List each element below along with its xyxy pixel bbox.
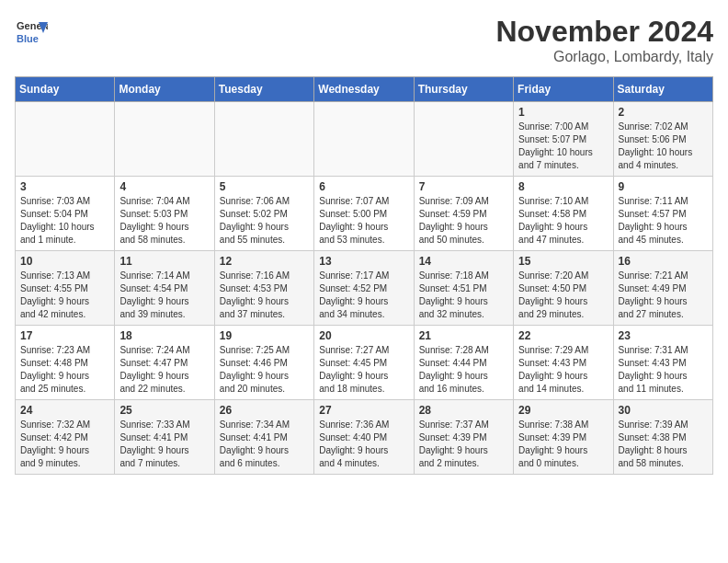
day-number: 22: [518, 329, 608, 342]
calendar-cell: 3Sunrise: 7:03 AM Sunset: 5:04 PM Daylig…: [16, 177, 115, 251]
day-number: 26: [220, 404, 309, 417]
calendar-cell: 4Sunrise: 7:04 AM Sunset: 5:03 PM Daylig…: [115, 177, 214, 251]
day-info: Sunrise: 7:10 AM Sunset: 4:58 PM Dayligh…: [518, 195, 608, 247]
day-info: Sunrise: 7:03 AM Sunset: 5:04 PM Dayligh…: [20, 195, 109, 247]
calendar-cell: 9Sunrise: 7:11 AM Sunset: 4:57 PM Daylig…: [613, 177, 712, 251]
day-number: 13: [319, 255, 408, 268]
day-info: Sunrise: 7:38 AM Sunset: 4:39 PM Dayligh…: [518, 419, 608, 470]
weekday-header-tuesday: Tuesday: [214, 77, 313, 102]
day-info: Sunrise: 7:27 AM Sunset: 4:45 PM Dayligh…: [319, 344, 408, 396]
calendar-cell: [115, 102, 214, 177]
day-info: Sunrise: 7:24 AM Sunset: 4:47 PM Dayligh…: [119, 344, 209, 396]
day-info: Sunrise: 7:16 AM Sunset: 4:53 PM Dayligh…: [220, 270, 309, 321]
day-info: Sunrise: 7:36 AM Sunset: 4:40 PM Dayligh…: [319, 419, 408, 470]
week-row-3: 10Sunrise: 7:13 AM Sunset: 4:55 PM Dayli…: [16, 251, 713, 326]
calendar-cell: 6Sunrise: 7:07 AM Sunset: 5:00 PM Daylig…: [314, 177, 414, 251]
day-number: 28: [419, 404, 508, 417]
day-info: Sunrise: 7:06 AM Sunset: 5:02 PM Dayligh…: [220, 195, 309, 247]
weekday-header-saturday: Saturday: [613, 77, 712, 102]
calendar-cell: 17Sunrise: 7:23 AM Sunset: 4:48 PM Dayli…: [16, 326, 115, 400]
calendar-cell: 15Sunrise: 7:20 AM Sunset: 4:50 PM Dayli…: [514, 251, 613, 326]
day-info: Sunrise: 7:25 AM Sunset: 4:46 PM Dayligh…: [220, 344, 309, 396]
day-number: 5: [220, 180, 309, 193]
day-info: Sunrise: 7:17 AM Sunset: 4:52 PM Dayligh…: [319, 270, 408, 321]
day-number: 20: [319, 329, 408, 342]
calendar-cell: 12Sunrise: 7:16 AM Sunset: 4:53 PM Dayli…: [214, 251, 313, 326]
calendar-cell: 2Sunrise: 7:02 AM Sunset: 5:06 PM Daylig…: [613, 102, 712, 177]
day-number: 25: [119, 404, 209, 417]
day-info: Sunrise: 7:18 AM Sunset: 4:51 PM Dayligh…: [419, 270, 508, 321]
day-info: Sunrise: 7:00 AM Sunset: 5:07 PM Dayligh…: [518, 121, 608, 172]
day-number: 18: [119, 329, 209, 342]
calendar-cell: 22Sunrise: 7:29 AM Sunset: 4:43 PM Dayli…: [514, 326, 613, 400]
week-row-1: 1Sunrise: 7:00 AM Sunset: 5:07 PM Daylig…: [16, 102, 713, 177]
day-number: 24: [20, 404, 109, 417]
day-number: 1: [518, 106, 608, 119]
day-info: Sunrise: 7:04 AM Sunset: 5:03 PM Dayligh…: [119, 195, 209, 247]
calendar-cell: 11Sunrise: 7:14 AM Sunset: 4:54 PM Dayli…: [115, 251, 214, 326]
day-number: 6: [319, 180, 408, 193]
day-number: 3: [20, 180, 109, 193]
calendar-cell: [314, 102, 414, 177]
calendar-cell: 13Sunrise: 7:17 AM Sunset: 4:52 PM Dayli…: [314, 251, 414, 326]
calendar-cell: 10Sunrise: 7:13 AM Sunset: 4:55 PM Dayli…: [16, 251, 115, 326]
day-number: 27: [319, 404, 408, 417]
logo-icon: General Blue: [15, 15, 48, 48]
day-number: 19: [220, 329, 309, 342]
week-row-5: 24Sunrise: 7:32 AM Sunset: 4:42 PM Dayli…: [16, 400, 713, 475]
calendar-cell: [414, 102, 513, 177]
calendar-cell: 19Sunrise: 7:25 AM Sunset: 4:46 PM Dayli…: [214, 326, 313, 400]
day-info: Sunrise: 7:39 AM Sunset: 4:38 PM Dayligh…: [619, 419, 708, 470]
day-info: Sunrise: 7:13 AM Sunset: 4:55 PM Dayligh…: [20, 270, 109, 321]
day-info: Sunrise: 7:07 AM Sunset: 5:00 PM Dayligh…: [319, 195, 408, 247]
calendar-cell: 30Sunrise: 7:39 AM Sunset: 4:38 PM Dayli…: [613, 400, 712, 475]
weekday-header-monday: Monday: [115, 77, 214, 102]
day-info: Sunrise: 7:37 AM Sunset: 4:39 PM Dayligh…: [419, 419, 508, 470]
day-number: 16: [619, 255, 708, 268]
calendar-cell: 14Sunrise: 7:18 AM Sunset: 4:51 PM Dayli…: [414, 251, 513, 326]
calendar-cell: 18Sunrise: 7:24 AM Sunset: 4:47 PM Dayli…: [115, 326, 214, 400]
day-number: 15: [518, 255, 608, 268]
calendar-cell: 29Sunrise: 7:38 AM Sunset: 4:39 PM Dayli…: [514, 400, 613, 475]
calendar-cell: 23Sunrise: 7:31 AM Sunset: 4:43 PM Dayli…: [613, 326, 712, 400]
calendar-cell: 16Sunrise: 7:21 AM Sunset: 4:49 PM Dayli…: [613, 251, 712, 326]
calendar-cell: [214, 102, 313, 177]
calendar-cell: [16, 102, 115, 177]
day-info: Sunrise: 7:28 AM Sunset: 4:44 PM Dayligh…: [419, 344, 508, 396]
day-info: Sunrise: 7:21 AM Sunset: 4:49 PM Dayligh…: [619, 270, 708, 321]
day-info: Sunrise: 7:09 AM Sunset: 4:59 PM Dayligh…: [419, 195, 508, 247]
day-number: 9: [619, 180, 708, 193]
calendar-cell: 25Sunrise: 7:33 AM Sunset: 4:41 PM Dayli…: [115, 400, 214, 475]
weekday-header-wednesday: Wednesday: [314, 77, 414, 102]
day-number: 4: [119, 180, 209, 193]
day-number: 14: [419, 255, 508, 268]
day-number: 21: [419, 329, 508, 342]
week-row-2: 3Sunrise: 7:03 AM Sunset: 5:04 PM Daylig…: [16, 177, 713, 251]
calendar-cell: 7Sunrise: 7:09 AM Sunset: 4:59 PM Daylig…: [414, 177, 513, 251]
day-info: Sunrise: 7:33 AM Sunset: 4:41 PM Dayligh…: [119, 419, 209, 470]
day-info: Sunrise: 7:31 AM Sunset: 4:43 PM Dayligh…: [619, 344, 708, 396]
day-number: 8: [518, 180, 608, 193]
day-number: 10: [20, 255, 109, 268]
month-title: November 2024: [495, 15, 713, 49]
day-info: Sunrise: 7:23 AM Sunset: 4:48 PM Dayligh…: [20, 344, 109, 396]
calendar-cell: 20Sunrise: 7:27 AM Sunset: 4:45 PM Dayli…: [314, 326, 414, 400]
day-info: Sunrise: 7:02 AM Sunset: 5:06 PM Dayligh…: [619, 121, 708, 172]
day-info: Sunrise: 7:20 AM Sunset: 4:50 PM Dayligh…: [518, 270, 608, 321]
week-row-4: 17Sunrise: 7:23 AM Sunset: 4:48 PM Dayli…: [16, 326, 713, 400]
day-number: 17: [20, 329, 109, 342]
location-subtitle: Gorlago, Lombardy, Italy: [495, 49, 713, 65]
day-info: Sunrise: 7:34 AM Sunset: 4:41 PM Dayligh…: [220, 419, 309, 470]
svg-text:Blue: Blue: [17, 33, 39, 44]
day-info: Sunrise: 7:32 AM Sunset: 4:42 PM Dayligh…: [20, 419, 109, 470]
calendar-cell: 27Sunrise: 7:36 AM Sunset: 4:40 PM Dayli…: [314, 400, 414, 475]
title-block: November 2024 Gorlago, Lombardy, Italy: [495, 15, 713, 65]
calendar-cell: 21Sunrise: 7:28 AM Sunset: 4:44 PM Dayli…: [414, 326, 513, 400]
calendar-cell: 1Sunrise: 7:00 AM Sunset: 5:07 PM Daylig…: [514, 102, 613, 177]
calendar-cell: 28Sunrise: 7:37 AM Sunset: 4:39 PM Dayli…: [414, 400, 513, 475]
calendar-table: SundayMondayTuesdayWednesdayThursdayFrid…: [15, 76, 713, 475]
calendar-cell: 5Sunrise: 7:06 AM Sunset: 5:02 PM Daylig…: [214, 177, 313, 251]
day-info: Sunrise: 7:29 AM Sunset: 4:43 PM Dayligh…: [518, 344, 608, 396]
weekday-header-friday: Friday: [514, 77, 613, 102]
day-number: 11: [119, 255, 209, 268]
